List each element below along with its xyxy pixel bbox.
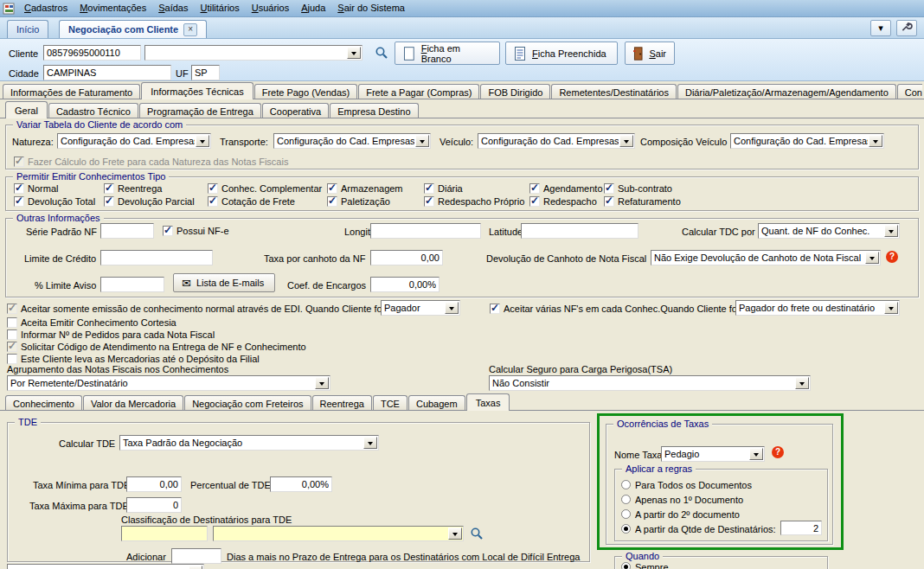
tab-remetentes-destinatarios[interactable]: Remetentes/Destinatários <box>551 84 677 99</box>
tab-cadastro-tecnico[interactable]: Cadastro Técnico <box>48 103 138 118</box>
radio-todos-documentos[interactable]: Para Todos os Documentos <box>621 479 752 490</box>
ficha-preenchida-button[interactable]: Ficha Preenchida <box>505 42 618 65</box>
cortesia-checkbox[interactable] <box>7 317 17 328</box>
menu-saidas[interactable]: Saídas <box>152 0 194 16</box>
menu-utilitarios[interactable]: Utilitários <box>194 0 245 16</box>
taxa-maxima-input[interactable] <box>126 497 182 513</box>
tab-negociacao-freteiros[interactable]: Negociação com Freteiros <box>184 395 311 411</box>
agrupamento-select[interactable]: Por Remetente/Destinatário <box>7 375 330 391</box>
latitude-input[interactable] <box>521 223 638 239</box>
radio-qtde-destinatarios[interactable]: A partir da Qtde de Destinatários: <box>621 523 776 534</box>
radio-a-partir-2-documento[interactable]: A partir do 2º documento <box>621 508 740 520</box>
tab-reentrega[interactable]: Reentrega <box>312 395 372 411</box>
qtde-destinatarios-input[interactable] <box>780 521 822 535</box>
deposito-checkbox-item[interactable]: Este Cliente leva as Mercadorias até o D… <box>7 353 260 364</box>
transporte-select[interactable]: Configuração do Cad. Empresas <box>273 133 431 149</box>
menu-ajuda[interactable]: Ajuda <box>295 0 331 16</box>
dropdown-arrow-icon[interactable] <box>415 135 429 147</box>
possui-nfe-checkbox-item[interactable]: Possui NF-e <box>163 225 229 236</box>
composicao-veiculo-select[interactable]: Configuração do Cad. Empresas <box>730 133 884 149</box>
help-icon[interactable]: ? <box>886 251 898 263</box>
cb-redespacho[interactable]: Redespacho <box>529 195 597 207</box>
cb-conhec-complementar[interactable]: Conhec. Complementar <box>208 182 322 194</box>
checkbox[interactable] <box>14 183 24 194</box>
menu-usuarios[interactable]: Usuários <box>246 0 295 16</box>
cb-sub-contrato[interactable]: Sub-contrato <box>604 182 672 194</box>
dropdown-arrow-icon[interactable] <box>448 527 462 540</box>
bottom-partial-select[interactable] <box>7 564 204 569</box>
nome-taxa-select[interactable]: Pedagio <box>661 446 765 462</box>
checkbox[interactable] <box>104 196 114 207</box>
tab-conhecimento[interactable]: Conhecimento <box>5 395 82 411</box>
checkbox[interactable] <box>104 183 114 194</box>
cidade-input[interactable] <box>43 65 171 80</box>
devolucao-canhoto-select[interactable]: Não Exige Devolução de Canhoto de Nota F… <box>651 250 881 265</box>
dropdown-arrow-icon[interactable] <box>884 302 898 314</box>
dropdown-arrow-icon[interactable] <box>189 566 202 569</box>
cb-refaturamento[interactable]: Refaturamento <box>604 195 681 207</box>
checkbox[interactable] <box>327 183 337 194</box>
help-icon[interactable]: ? <box>772 446 784 458</box>
limite-credito-input[interactable] <box>100 250 213 265</box>
tab-diaria-paletizacao[interactable]: Diária/Paletização/Armazenagem/Agendamen… <box>677 84 896 99</box>
seguro-carga-perigosa-select[interactable]: Não Consistir <box>489 375 811 391</box>
calcular-tde-select[interactable]: Taxa Padrão da Negociação <box>119 435 379 451</box>
tab-conhecimento-inter[interactable]: Conhecimento Inter <box>897 84 922 99</box>
pedidos-checkbox[interactable] <box>7 329 17 340</box>
edi-checkbox[interactable] <box>7 304 17 314</box>
dropdown-arrow-icon[interactable] <box>315 377 329 389</box>
cb-reentrega[interactable]: Reentrega <box>104 182 162 194</box>
tab-fob-dirigido[interactable]: FOB Dirigido <box>480 84 550 99</box>
pedidos-checkbox-item[interactable]: Informar Nº de Pedidos para cada Nota Fi… <box>7 329 215 340</box>
checkbox[interactable] <box>529 196 540 207</box>
radio-button[interactable] <box>621 562 631 569</box>
radio-button[interactable] <box>621 524 631 534</box>
calcular-tdc-select[interactable]: Quant. de NF do Conhec. <box>758 223 900 239</box>
checkbox[interactable] <box>14 196 24 207</box>
cliente-name-select[interactable] <box>144 45 363 61</box>
radio-button[interactable] <box>621 495 631 504</box>
dropdown-arrow-icon[interactable] <box>884 225 898 237</box>
atendimento-checkbox[interactable] <box>7 342 17 352</box>
varias-nfs-checkbox[interactable] <box>490 304 500 314</box>
cortesia-checkbox-item[interactable]: Aceita Emitir Conhecimento Cortesia <box>7 316 176 328</box>
tab-geral[interactable]: Geral <box>5 101 48 118</box>
varias-nfs-checkbox-item[interactable]: Aceitar várias NF's em cada Conhec.Quand… <box>490 303 741 314</box>
fazer-calculo-checkbox-item[interactable]: Fazer Cálculo do Frete para cada Naturez… <box>14 156 288 167</box>
dropdown-arrow-icon[interactable] <box>619 135 633 147</box>
tab-programacao-entrega[interactable]: Programação de Entrega <box>139 103 261 118</box>
tools-wrench-button[interactable] <box>896 20 917 36</box>
menu-sair-do-sistema[interactable]: Sair do Sistema <box>331 0 411 16</box>
checkbox[interactable] <box>604 183 614 194</box>
dropdown-arrow-icon[interactable] <box>445 302 459 314</box>
deposito-checkbox[interactable] <box>7 354 17 364</box>
coef-encargos-input[interactable] <box>370 277 440 292</box>
tab-valor-mercadoria[interactable]: Valor da Mercadoria <box>83 395 183 411</box>
tab-cooperativa[interactable]: Cooperativa <box>262 103 329 118</box>
tab-cubagem[interactable]: Cubagem <box>408 395 465 411</box>
cliente-code-input[interactable] <box>43 45 141 61</box>
dropdown-arrow-icon[interactable] <box>795 377 809 389</box>
cb-diaria[interactable]: Diária <box>424 182 463 194</box>
atendimento-checkbox-item[interactable]: Solicitar Código de Atendimento na Entre… <box>7 341 306 352</box>
tab-frete-a-pagar[interactable]: Frete a Pagar (Compras) <box>358 84 479 99</box>
cb-paletizacao[interactable]: Paletização <box>327 195 390 207</box>
dropdown-arrow-icon[interactable] <box>749 448 763 460</box>
ficha-em-branco-button[interactable]: Ficha em Branco <box>395 42 500 65</box>
radio-apenas-1-documento[interactable]: Apenas no 1º Documento <box>621 494 743 505</box>
taxa-minima-input[interactable] <box>126 476 182 492</box>
tab-inicio[interactable]: Início <box>7 20 48 38</box>
checkbox[interactable] <box>424 183 434 194</box>
varias-nfs-select[interactable]: Pagador do frete ou destinatário <box>735 300 900 316</box>
checkbox[interactable] <box>424 196 434 207</box>
cb-agendamento[interactable]: Agendamento <box>529 182 603 194</box>
sair-button[interactable]: Sair <box>625 42 675 65</box>
serie-padrao-input[interactable] <box>100 223 154 239</box>
adicionar-dias-input[interactable] <box>171 548 221 564</box>
cliente-search-button[interactable] <box>374 46 389 61</box>
tab-negociacao-com-cliente[interactable]: Negociação com Cliente × <box>59 20 207 38</box>
menu-cadastros[interactable]: Cadastros <box>18 0 74 16</box>
radio-button[interactable] <box>621 480 631 489</box>
tab-informacoes-tecnicas[interactable]: Informações Técnicas <box>141 82 253 99</box>
uf-input[interactable] <box>191 65 220 80</box>
